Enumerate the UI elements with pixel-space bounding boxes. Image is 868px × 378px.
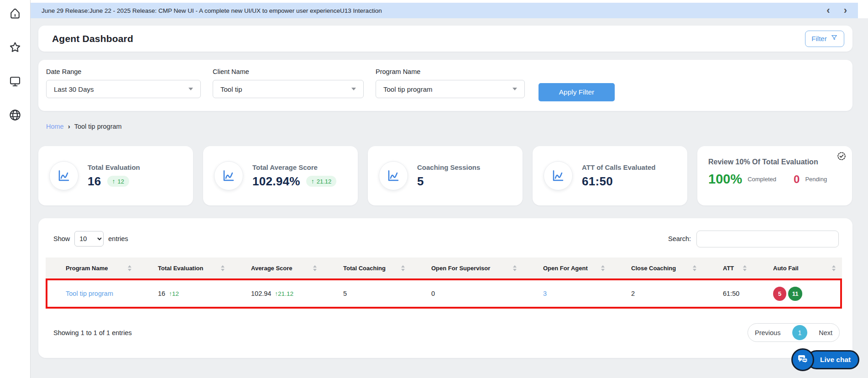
home-icon xyxy=(8,7,22,22)
stat-value: 61:50 xyxy=(582,174,613,189)
program-name-label: Program Name xyxy=(376,68,525,75)
average-score-delta: ↑21.12 xyxy=(275,290,293,297)
stat-delta-value: 12 xyxy=(118,178,124,185)
line-chart-icon xyxy=(379,161,408,190)
line-chart-icon xyxy=(49,161,78,190)
apply-filter-button[interactable]: Apply Filter xyxy=(539,83,615,101)
page-header-card: Agent Dashboard Filter xyxy=(38,26,852,52)
client-name-value: Tool tip xyxy=(220,85,242,93)
total-evaluation-delta: ↑12 xyxy=(169,290,179,297)
column-header-total-evaluation[interactable]: Total Evaluation xyxy=(138,257,231,278)
current-page-button[interactable]: 1 xyxy=(792,325,807,340)
next-page-button[interactable]: Next xyxy=(819,329,832,336)
column-header-total-coaching[interactable]: Total Coaching xyxy=(323,257,411,278)
live-chat-label: Live chat xyxy=(820,356,851,364)
live-chat-widget[interactable]: Live chat xyxy=(791,348,859,371)
sidebar-item-workstation[interactable] xyxy=(8,75,22,89)
stat-value: 16 xyxy=(88,174,101,189)
column-header-open-for-supervisor[interactable]: Open For Supervisor xyxy=(411,257,523,278)
chat-bubbles-icon xyxy=(791,348,814,371)
chevron-down-icon xyxy=(512,88,517,90)
sort-icon xyxy=(601,265,605,271)
up-arrow-icon: ↑ xyxy=(112,178,115,185)
sort-icon xyxy=(743,265,747,271)
programs-table-card: Show 10 entries Search: Program Name Tot… xyxy=(38,218,852,358)
stat-delta-pill: ↑ 12 xyxy=(107,176,129,187)
column-header-auto-fail[interactable]: Auto Fail xyxy=(753,257,842,278)
column-label: Open For Agent xyxy=(543,265,588,272)
stat-title: Coaching Sessions xyxy=(417,163,480,171)
up-arrow-icon: ↑ xyxy=(169,290,172,297)
open-for-agent-link[interactable]: 3 xyxy=(543,290,547,297)
stat-card-coaching-sessions: Coaching Sessions 5 xyxy=(368,146,523,205)
att-value: 61:50 xyxy=(723,290,739,297)
review-title: Review 10% Of Total Evaluation xyxy=(708,158,843,166)
review-completed-label: Completed xyxy=(748,176,776,183)
release-banner-nav: ‹ › xyxy=(826,6,847,15)
auto-pass-badge[interactable]: 11 xyxy=(788,287,802,301)
chevron-left-icon[interactable]: ‹ xyxy=(826,6,830,15)
sort-icon xyxy=(221,265,225,271)
column-label: Average Score xyxy=(251,265,293,272)
stat-title: Total Average Score xyxy=(252,163,336,171)
sidebar-item-global[interactable] xyxy=(8,109,22,123)
client-name-select[interactable]: Tool tip xyxy=(213,80,364,98)
line-chart-icon xyxy=(214,161,243,190)
column-header-close-coaching[interactable]: Close Coaching xyxy=(611,257,703,278)
column-header-program-name[interactable]: Program Name xyxy=(46,257,138,278)
sort-icon xyxy=(693,265,696,271)
page-title: Agent Dashboard xyxy=(52,33,133,44)
open-for-supervisor-value: 0 xyxy=(431,290,435,297)
previous-page-button[interactable]: Previous xyxy=(755,329,780,336)
date-range-field: Date Range Last 30 Days xyxy=(46,68,201,98)
breadcrumb-current: Tool tip program xyxy=(74,123,122,130)
search-control: Search: xyxy=(668,231,839,247)
column-header-open-for-agent[interactable]: Open For Agent xyxy=(523,257,611,278)
agent-dashboard-app: June 29 Release:June 22 - 2025 Release: … xyxy=(0,0,868,378)
sidebar xyxy=(0,0,31,378)
filter-button-label: Filter xyxy=(811,35,826,42)
client-name-label: Client Name xyxy=(213,68,364,75)
chevron-right-icon[interactable]: › xyxy=(844,6,847,15)
delta-value: 21.12 xyxy=(278,290,293,297)
sidebar-item-favorites[interactable] xyxy=(8,41,22,56)
auto-fail-badge[interactable]: 5 xyxy=(773,287,786,301)
breadcrumb-home-link[interactable]: Home xyxy=(46,123,64,130)
average-score-value: 102.94 xyxy=(251,290,271,297)
total-evaluation-value: 16 xyxy=(158,290,165,297)
release-banner: June 29 Release:June 22 - 2025 Release: … xyxy=(31,3,858,18)
date-range-select[interactable]: Last 30 Days xyxy=(46,80,201,98)
review-pending-value: 0 xyxy=(794,173,800,186)
stat-card-review: Review 10% Of Total Evaluation 100% Comp… xyxy=(697,146,852,205)
auto-fail-cell: 5 11 xyxy=(755,280,840,307)
search-input[interactable] xyxy=(696,231,839,247)
stat-delta-pill: ↑ 21.12 xyxy=(306,176,337,187)
release-banner-text: June 29 Release:June 22 - 2025 Release: … xyxy=(42,7,382,14)
filter-button[interactable]: Filter xyxy=(805,31,844,47)
program-name-select[interactable]: Tool tip program xyxy=(376,80,525,98)
column-label: Auto Fail xyxy=(773,265,799,272)
sort-icon xyxy=(832,265,836,271)
stat-value: 5 xyxy=(417,174,424,189)
clock-check-icon[interactable] xyxy=(837,151,847,161)
stat-title: ATT of Calls Evaluated xyxy=(582,163,655,171)
chevron-down-icon xyxy=(188,88,193,90)
stat-card-total-evaluation: Total Evaluation 16 ↑ 12 xyxy=(38,146,193,205)
search-label: Search: xyxy=(668,235,691,242)
monitor-icon xyxy=(8,74,22,90)
stat-title: Total Evaluation xyxy=(88,163,140,171)
table-summary: Showing 1 to 1 of 1 entries xyxy=(53,329,132,336)
column-header-average-score[interactable]: Average Score xyxy=(231,257,323,278)
column-header-att[interactable]: ATT xyxy=(703,257,753,278)
review-percent: 100% xyxy=(708,172,742,187)
column-label: Close Coaching xyxy=(631,265,676,272)
funnel-icon xyxy=(831,34,838,43)
sidebar-item-home[interactable] xyxy=(8,7,22,22)
sort-icon xyxy=(128,265,131,271)
column-label: ATT xyxy=(723,265,734,272)
filter-panel: Date Range Last 30 Days Client Name Tool… xyxy=(38,60,852,111)
program-name-field: Program Name Tool tip program xyxy=(376,68,525,98)
program-name-link[interactable]: Tool tip program xyxy=(66,290,113,297)
page-size-select[interactable]: 10 xyxy=(74,231,104,247)
column-label: Total Coaching xyxy=(343,265,386,272)
